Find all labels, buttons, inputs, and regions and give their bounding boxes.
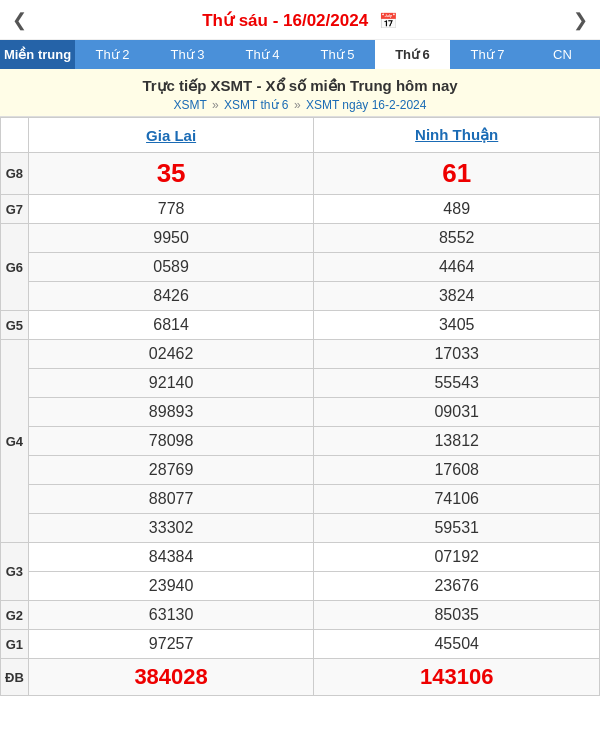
table-row: G7778489 (1, 195, 600, 224)
gia-lai-value: 35 (28, 153, 314, 195)
lottery-table: Gia Lai Ninh Thuận G83561G7778489G699508… (0, 117, 600, 696)
ninh-thuan-value: 59531 (314, 514, 600, 543)
breadcrumb-link-3[interactable]: XSMT ngày 16-2-2024 (306, 98, 427, 112)
table-row: 2394023676 (1, 572, 600, 601)
header-date: Thứ sáu - 16/02/2024 (202, 11, 368, 30)
ninh-thuan-value: 13812 (314, 427, 600, 456)
tab-thu-5[interactable]: Thứ 5 (300, 40, 375, 69)
table-row: 9214055543 (1, 369, 600, 398)
table-row: G83561 (1, 153, 600, 195)
ninh-thuan-value: 17033 (314, 340, 600, 369)
ninh-thuan-value: 09031 (314, 398, 600, 427)
tab-thu-4[interactable]: Thứ 4 (225, 40, 300, 69)
gia-lai-value: 8426 (28, 282, 314, 311)
ninh-thuan-value: 4464 (314, 253, 600, 282)
prize-label-g3: G3 (1, 543, 29, 601)
table-row: G699508552 (1, 224, 600, 253)
gia-lai-value: 9950 (28, 224, 314, 253)
table-row: G19725745504 (1, 630, 600, 659)
gia-lai-value: 63130 (28, 601, 314, 630)
gia-lai-value: 88077 (28, 485, 314, 514)
ninh-thuan-value: 8552 (314, 224, 600, 253)
prize-label-g6: G6 (1, 224, 29, 311)
tab-thu-3[interactable]: Thứ 3 (150, 40, 225, 69)
subtitle-main: Trực tiếp XSMT - Xổ số miền Trung hôm na… (4, 77, 596, 95)
gia-lai-value: 384028 (28, 659, 314, 696)
gia-lai-value: 33302 (28, 514, 314, 543)
table-row: 3330259531 (1, 514, 600, 543)
ninh-thuan-value: 45504 (314, 630, 600, 659)
prize-label-db: ĐB (1, 659, 29, 696)
header: ❮ Thứ sáu - 16/02/2024 📅 ❯ (0, 0, 600, 40)
header-ninh-thuan: Ninh Thuận (314, 118, 600, 153)
gia-lai-value: 78098 (28, 427, 314, 456)
gia-lai-value: 92140 (28, 369, 314, 398)
ninh-thuan-value: 489 (314, 195, 600, 224)
breadcrumb-link-2[interactable]: XSMT thứ 6 (224, 98, 288, 112)
prev-button[interactable]: ❮ (0, 9, 39, 31)
ninh-thuan-value: 3405 (314, 311, 600, 340)
table-row: G38438407192 (1, 543, 600, 572)
prize-label-g4: G4 (1, 340, 29, 543)
table-header-row: Gia Lai Ninh Thuận (1, 118, 600, 153)
next-button[interactable]: ❯ (561, 9, 600, 31)
ninh-thuan-value: 17608 (314, 456, 600, 485)
tab-cn[interactable]: CN (525, 40, 600, 69)
prize-label-g8: G8 (1, 153, 29, 195)
header-title: Thứ sáu - 16/02/2024 📅 (202, 10, 398, 31)
table-row: ĐB384028143106 (1, 659, 600, 696)
tab-bar: Miền trung Thứ 2 Thứ 3 Thứ 4 Thứ 5 Thứ 6… (0, 40, 600, 69)
tab-thu-7[interactable]: Thứ 7 (450, 40, 525, 69)
subtitle-bar: Trực tiếp XSMT - Xổ số miền Trung hôm na… (0, 69, 600, 117)
gia-lai-value: 23940 (28, 572, 314, 601)
breadcrumb-sep-1: » (212, 98, 222, 112)
ninh-thuan-value: 61 (314, 153, 600, 195)
header-gia-lai: Gia Lai (28, 118, 314, 153)
gia-lai-value: 6814 (28, 311, 314, 340)
ninh-thuan-value: 85035 (314, 601, 600, 630)
table-row: G26313085035 (1, 601, 600, 630)
table-row: 8807774106 (1, 485, 600, 514)
prize-label-g7: G7 (1, 195, 29, 224)
ninh-thuan-value: 23676 (314, 572, 600, 601)
ninh-thuan-value: 07192 (314, 543, 600, 572)
ninh-thuan-value: 143106 (314, 659, 600, 696)
table-row: 2876917608 (1, 456, 600, 485)
ninh-thuan-value: 55543 (314, 369, 600, 398)
gia-lai-value: 778 (28, 195, 314, 224)
prize-label-g2: G2 (1, 601, 29, 630)
breadcrumb-link-1[interactable]: XSMT (174, 98, 207, 112)
tab-thu-6[interactable]: Thứ 6 (375, 40, 450, 69)
table-row: 84263824 (1, 282, 600, 311)
breadcrumb-sep-2: » (294, 98, 304, 112)
calendar-icon: 📅 (379, 12, 398, 30)
tab-mien-trung[interactable]: Miền trung (0, 40, 75, 69)
prize-label-g5: G5 (1, 311, 29, 340)
ninh-thuan-value: 74106 (314, 485, 600, 514)
gia-lai-value: 28769 (28, 456, 314, 485)
gia-lai-value: 02462 (28, 340, 314, 369)
gia-lai-value: 97257 (28, 630, 314, 659)
table-row: 8989309031 (1, 398, 600, 427)
table-row: 7809813812 (1, 427, 600, 456)
tab-thu-2[interactable]: Thứ 2 (75, 40, 150, 69)
table-row: 05894464 (1, 253, 600, 282)
gia-lai-value: 84384 (28, 543, 314, 572)
ninh-thuan-value: 3824 (314, 282, 600, 311)
breadcrumb: XSMT » XSMT thứ 6 » XSMT ngày 16-2-2024 (4, 98, 596, 112)
prize-label-g1: G1 (1, 630, 29, 659)
table-row: G568143405 (1, 311, 600, 340)
gia-lai-value: 89893 (28, 398, 314, 427)
gia-lai-value: 0589 (28, 253, 314, 282)
header-prize-col (1, 118, 29, 153)
table-row: G40246217033 (1, 340, 600, 369)
